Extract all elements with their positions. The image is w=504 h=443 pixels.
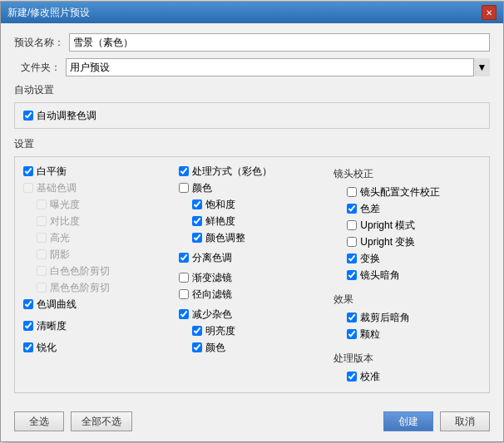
clarity-item: 清晰度 [23, 318, 170, 333]
color2-label: 颜色 [205, 341, 225, 355]
auto-adjust-checkbox[interactable] [23, 111, 33, 121]
basic-tone-item: 基础色调 [23, 180, 170, 195]
vibrance-checkbox[interactable] [192, 216, 202, 226]
black-clip-checkbox[interactable] [37, 283, 47, 293]
treatment-checkbox[interactable] [179, 166, 189, 176]
crop-vignette-checkbox[interactable] [347, 313, 357, 322]
settings-col2: 处理方式（彩色） 颜色 饱和度 鲜艳度 [179, 164, 326, 384]
effects-title: 效果 [334, 293, 481, 307]
black-clip-label: 黑色色阶剪切 [50, 281, 110, 295]
color-item: 颜色 [179, 180, 326, 195]
split-toning-item: 分离色调 [179, 250, 326, 265]
vibrance-item: 鲜艳度 [192, 214, 326, 229]
vignetting-checkbox[interactable] [347, 270, 357, 280]
shadows-checkbox[interactable] [37, 249, 47, 259]
split-toning-label: 分离色调 [192, 251, 232, 265]
exposure-checkbox[interactable] [37, 199, 47, 209]
color-adjust-item: 颜色调整 [192, 230, 326, 245]
preset-name-row: 预设名称： [14, 33, 490, 52]
clarity-checkbox[interactable] [23, 321, 33, 331]
dialog-body: 预设名称： 文件夹： 用户预设 ▼ 自动设置 自动调整色调 设置 [1, 23, 503, 403]
settings-col1: 白平衡 基础色调 曝光度 对比度 [23, 164, 170, 384]
contrast-checkbox[interactable] [37, 216, 47, 226]
settings-grid: 白平衡 基础色调 曝光度 对比度 [23, 164, 481, 384]
dialog-title: 新建/修改照片预设 [7, 6, 90, 20]
transform-checkbox[interactable] [347, 253, 357, 263]
folder-select-wrap: 用户预设 ▼ [66, 58, 490, 76]
white-clip-label: 白色色阶剪切 [50, 264, 110, 278]
upright-mode-item: Upright 模式 [347, 218, 481, 233]
radial-filter-item: 径向滤镜 [179, 287, 326, 302]
color-adjust-checkbox[interactable] [192, 233, 202, 243]
luminance-checkbox[interactable] [192, 326, 202, 336]
white-balance-checkbox[interactable] [23, 166, 33, 176]
black-clip-item: 黑色色阶剪切 [37, 280, 170, 295]
close-button[interactable]: ✕ [482, 5, 497, 20]
settings-col3: 镜头校正 镜头配置文件校正 色差 Upright 模式 [334, 164, 481, 384]
contrast-label: 对比度 [50, 214, 80, 229]
dialog: 新建/修改照片预设 ✕ 预设名称： 文件夹： 用户预设 ▼ 自动设置 自动调整色… [0, 1, 504, 442]
auto-settings-title: 自动设置 [14, 83, 490, 97]
grain-checkbox[interactable] [347, 329, 357, 339]
split-toning-checkbox[interactable] [179, 253, 189, 263]
radial-filter-checkbox[interactable] [179, 289, 189, 299]
lens-profile-label: 镜头配置文件校正 [360, 185, 440, 199]
calibration-item: 校准 [347, 369, 481, 384]
footer-left-buttons: 全选 全部不选 [14, 411, 132, 431]
white-balance-label: 白平衡 [37, 165, 67, 179]
folder-row: 文件夹： 用户预设 ▼ [14, 58, 490, 76]
sharpening-checkbox[interactable] [23, 342, 33, 352]
noise-reduction-label: 减少杂色 [192, 308, 232, 322]
create-button[interactable]: 创建 [383, 411, 433, 431]
vibrance-label: 鲜艳度 [205, 214, 235, 229]
vignetting-label: 镜头暗角 [360, 268, 400, 283]
color-checkbox[interactable] [179, 183, 189, 193]
select-all-button[interactable]: 全选 [14, 411, 64, 431]
folder-select[interactable]: 用户预设 [66, 58, 490, 76]
radial-filter-label: 径向滤镜 [192, 288, 232, 302]
color-adjust-label: 颜色调整 [205, 231, 245, 245]
dialog-footer: 全选 全部不选 创建 取消 [1, 403, 503, 441]
upright-transform-item: Upright 变换 [347, 234, 481, 249]
noise-reduction-item: 减少杂色 [179, 307, 326, 322]
saturation-checkbox[interactable] [192, 199, 202, 209]
tone-curve-item: 色调曲线 [23, 297, 170, 312]
preset-name-label: 预设名称： [14, 36, 64, 50]
lens-profile-checkbox[interactable] [347, 187, 357, 197]
contrast-item: 对比度 [37, 214, 170, 229]
auto-settings-section: 自动调整色调 [14, 102, 490, 129]
chromatic-aberration-checkbox[interactable] [347, 204, 357, 214]
basic-tone-checkbox[interactable] [23, 183, 33, 193]
grain-item: 颗粒 [347, 327, 481, 342]
upright-transform-label: Upright 变换 [360, 235, 415, 249]
exposure-label: 曝光度 [50, 198, 80, 212]
cancel-button[interactable]: 取消 [440, 411, 490, 431]
sharpening-label: 锐化 [37, 341, 57, 355]
deselect-all-button[interactable]: 全部不选 [71, 411, 132, 431]
chromatic-aberration-item: 色差 [347, 201, 481, 216]
lens-correction-title: 镜头校正 [334, 167, 481, 181]
grain-label: 颗粒 [360, 327, 380, 342]
chromatic-aberration-label: 色差 [360, 202, 380, 216]
upright-transform-checkbox[interactable] [347, 237, 357, 247]
graduated-filter-checkbox[interactable] [179, 273, 189, 283]
tone-curve-checkbox[interactable] [23, 299, 33, 309]
color2-checkbox[interactable] [192, 342, 202, 352]
highlights-checkbox[interactable] [37, 233, 47, 243]
auto-adjust-label: 自动调整色调 [37, 109, 96, 123]
settings-section: 白平衡 基础色调 曝光度 对比度 [14, 156, 490, 393]
white-clip-item: 白色色阶剪切 [37, 263, 170, 278]
preset-name-input[interactable] [69, 33, 490, 52]
titlebar: 新建/修改照片预设 ✕ [1, 2, 503, 23]
process-title: 处理版本 [334, 352, 481, 366]
graduated-filter-item: 渐变滤镜 [179, 270, 326, 285]
auto-adjust-item: 自动调整色调 [23, 108, 481, 123]
noise-reduction-checkbox[interactable] [179, 309, 189, 319]
crop-vignette-item: 裁剪后暗角 [347, 310, 481, 325]
crop-vignette-label: 裁剪后暗角 [360, 311, 410, 325]
shadows-item: 阴影 [37, 247, 170, 262]
sharpening-item: 锐化 [23, 340, 170, 355]
white-clip-checkbox[interactable] [37, 266, 47, 276]
upright-mode-checkbox[interactable] [347, 220, 357, 230]
calibration-checkbox[interactable] [347, 372, 357, 381]
